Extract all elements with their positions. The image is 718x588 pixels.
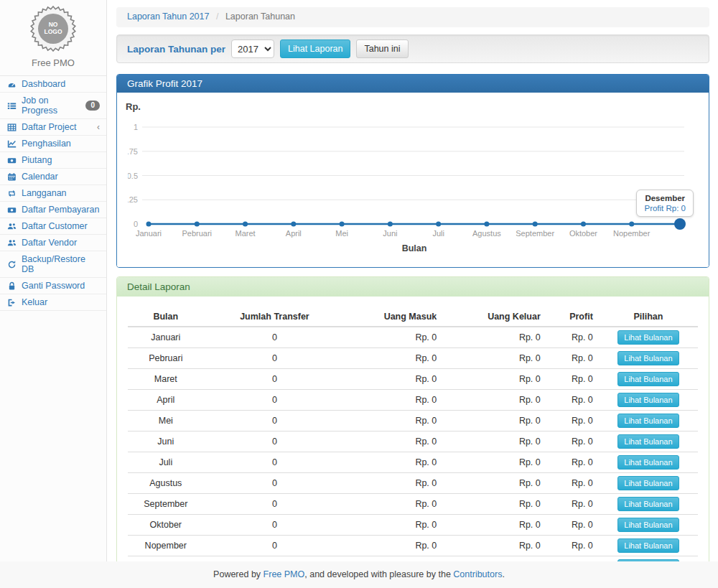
breadcrumb-current: Laporan Tahunan	[225, 11, 295, 22]
table-header-row: BulanJumlah TransferUang MasukUang Kelua…	[128, 307, 698, 327]
x-tick-label: Agustus	[472, 229, 501, 238]
detail-table-body: BulanJumlah TransferUang MasukUang Kelua…	[117, 297, 709, 588]
chart-point-juli[interactable]	[436, 222, 441, 227]
view-monthly-button-pebruari[interactable]: Lihat Bulanan	[617, 351, 679, 365]
chart-point-januari[interactable]	[146, 222, 151, 227]
col-header-jumlah-transfer: Jumlah Transfer	[204, 307, 346, 327]
sidebar-item-label: Job on Progress	[22, 95, 81, 116]
sidebar-item-job-on-progress[interactable]: Job on Progress0	[0, 93, 106, 119]
table-row-nopember: Nopember0Rp. 0Rp. 0Rp. 0Lihat Bulanan	[128, 536, 698, 556]
sidebar-item-daftar-vendor[interactable]: Daftar Vendor	[0, 235, 106, 251]
table-row-januari: Januari0Rp. 0Rp. 0Rp. 0Lihat Bulanan	[128, 327, 698, 348]
view-monthly-button-agustus[interactable]: Lihat Bulanan	[617, 476, 679, 490]
cell-uang_masuk: Rp. 0	[345, 473, 442, 494]
chart-point-nopember[interactable]	[629, 222, 634, 227]
view-monthly-button-januari[interactable]: Lihat Bulanan	[617, 330, 679, 345]
view-report-button[interactable]: Lihat Laporan	[280, 39, 350, 58]
col-header-uang-masuk: Uang Masuk	[345, 307, 442, 327]
cell-pilihan: Lihat Bulanan	[599, 536, 698, 556]
cell-jumlah_transfer: 0	[204, 494, 346, 515]
sidebar-item-label: Daftar Customer	[22, 221, 88, 231]
sidebar-item-backup-restore-db[interactable]: Backup/Restore DB	[0, 251, 106, 278]
cell-bulan: April	[128, 390, 204, 411]
chart-point-agustus[interactable]	[484, 222, 489, 227]
breadcrumb-separator: /	[216, 11, 218, 22]
view-monthly-button-nopember[interactable]: Lihat Bulanan	[617, 538, 679, 553]
sidebar-item-penghasilan[interactable]: Penghasilan	[0, 136, 106, 152]
sidebar-item-label: Ganti Password	[22, 281, 85, 291]
breadcrumb-link-laporan-tahun[interactable]: Laporan Tahun 2017	[127, 11, 209, 22]
x-tick-label: Juli	[432, 229, 444, 238]
year-select[interactable]: 2017	[231, 39, 274, 58]
chart-point-mei[interactable]	[340, 222, 345, 227]
sidebar-item-label: Keluar	[22, 297, 47, 307]
sidebar-item-daftar-customer[interactable]: Daftar Customer	[0, 218, 106, 235]
view-monthly-button-juli[interactable]: Lihat Bulanan	[617, 455, 679, 470]
view-monthly-button-maret[interactable]: Lihat Bulanan	[617, 372, 679, 386]
cell-bulan: Juli	[128, 452, 204, 473]
cell-uang_keluar: Rp. 0	[442, 494, 546, 515]
sidebar-item-piutang[interactable]: Piutang	[0, 152, 106, 169]
x-tick-label: Juni	[383, 229, 397, 238]
profit-chart-panel: Grafik Profit 2017 Rp. 00.250.50.751Janu…	[116, 74, 709, 268]
cell-uang_keluar: Rp. 0	[442, 515, 546, 536]
cell-profit: Rp. 0	[546, 348, 599, 369]
view-monthly-button-september[interactable]: Lihat Bulanan	[617, 497, 679, 511]
cell-profit: Rp. 0	[546, 515, 599, 536]
chart-point-pebruari[interactable]	[195, 222, 200, 227]
chevron-left-icon: ‹	[97, 122, 100, 132]
cell-profit: Rp. 0	[546, 431, 599, 452]
footer-text-middle: , and developed with pleasure by the	[304, 569, 453, 579]
cell-profit: Rp. 0	[546, 327, 599, 348]
view-monthly-button-juni[interactable]: Lihat Bulanan	[617, 434, 679, 449]
logo-box: NOLOGO Free PMO	[0, 0, 106, 76]
sign-out-icon	[6, 297, 17, 307]
sidebar-item-daftar-pembayaran[interactable]: Daftar Pembayaran	[0, 202, 106, 218]
cell-uang_masuk: Rp. 0	[345, 536, 442, 556]
footer-text-suffix: .	[502, 569, 504, 579]
cell-profit: Rp. 0	[546, 494, 599, 515]
view-monthly-button-oktober[interactable]: Lihat Bulanan	[617, 518, 679, 532]
table-rows: Januari0Rp. 0Rp. 0Rp. 0Lihat BulananPebr…	[128, 327, 698, 588]
cell-profit: Rp. 0	[546, 411, 599, 431]
view-monthly-button-mei[interactable]: Lihat Bulanan	[617, 414, 679, 428]
cell-uang_masuk: Rp. 0	[345, 515, 442, 536]
sidebar-item-langganan[interactable]: Langganan	[0, 185, 106, 202]
sidebar-item-ganti-password[interactable]: Ganti Password	[0, 278, 106, 294]
detail-report-panel: Detail Laporan BulanJumlah TransferUang …	[116, 276, 709, 588]
cell-profit: Rp. 0	[546, 473, 599, 494]
calendar-icon	[6, 172, 17, 182]
cell-pilihan: Lihat Bulanan	[599, 369, 698, 390]
sidebar-item-calendar[interactable]: Calendar	[0, 169, 106, 185]
sidebar-item-daftar-project[interactable]: Daftar Project‹	[0, 119, 106, 136]
page-footer: Powered by Free PMO, and developed with …	[0, 561, 718, 588]
chart-point-september[interactable]	[533, 222, 538, 227]
footer-link-free-pmo[interactable]: Free PMO	[264, 569, 305, 579]
retweet-icon	[6, 188, 17, 198]
footer-link-contributors[interactable]: Contributors	[453, 569, 502, 579]
x-tick-label: Oktober	[569, 229, 597, 238]
cell-uang_keluar: Rp. 0	[442, 327, 546, 348]
cell-jumlah_transfer: 0	[204, 369, 346, 390]
chart-point-maret[interactable]	[243, 222, 248, 227]
sidebar: NOLOGO Free PMO DashboardJob on Progress…	[0, 0, 107, 561]
sidebar-item-dashboard[interactable]: Dashboard	[0, 76, 106, 93]
list-icon	[6, 101, 17, 111]
no-logo-seal-icon: NOLOGO	[30, 6, 76, 52]
sidebar-item-keluar[interactable]: Keluar	[0, 294, 106, 311]
view-monthly-button-april[interactable]: Lihat Bulanan	[617, 393, 679, 407]
cell-profit: Rp. 0	[546, 536, 599, 556]
chart-point-juni[interactable]	[388, 222, 393, 227]
this-year-button[interactable]: Tahun ini	[356, 39, 408, 58]
chart-point-oktober[interactable]	[581, 222, 586, 227]
cell-pilihan: Lihat Bulanan	[599, 327, 698, 348]
cell-uang_masuk: Rp. 0	[345, 369, 442, 390]
x-tick-label: Mei	[335, 229, 348, 238]
chart-point-april[interactable]	[291, 222, 296, 227]
cell-uang_keluar: Rp. 0	[442, 452, 546, 473]
cell-pilihan: Lihat Bulanan	[599, 348, 698, 369]
svg-text:NO: NO	[49, 21, 58, 28]
chart-point-desember[interactable]	[674, 218, 686, 230]
table-row-september: September0Rp. 0Rp. 0Rp. 0Lihat Bulanan	[128, 494, 698, 515]
y-axis-label: Rp.	[126, 101, 141, 112]
